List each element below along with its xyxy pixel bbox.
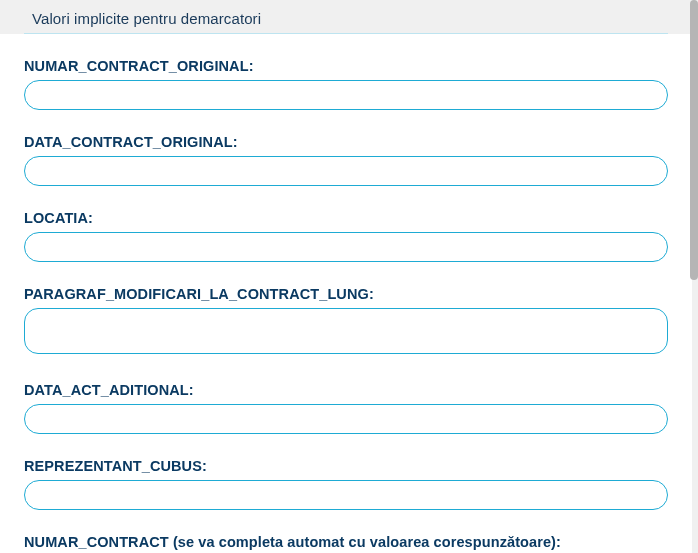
label-reprezentant-cubus: REPREZENTANT_CUBUS: xyxy=(24,458,668,474)
scrollbar-track[interactable] xyxy=(690,0,698,553)
input-data-act-aditional[interactable] xyxy=(24,404,668,434)
scrollbar-thumb[interactable] xyxy=(690,0,698,280)
label-locatia: LOCATIA: xyxy=(24,210,668,226)
main-content: Valori implicite pentru demarcatori NUMA… xyxy=(0,0,698,553)
field-data-act-aditional: DATA_ACT_ADITIONAL: xyxy=(24,358,668,434)
label-numar-contract-original: NUMAR_CONTRACT_ORIGINAL: xyxy=(24,58,668,74)
field-paragraf-modificari: PARAGRAF_MODIFICARI_LA_CONTRACT_LUNG: xyxy=(24,262,668,358)
section-title: Valori implicite pentru demarcatori xyxy=(0,0,692,33)
form-panel: NUMAR_CONTRACT_ORIGINAL: DATA_CONTRACT_O… xyxy=(0,34,692,553)
input-paragraf-modificari[interactable] xyxy=(24,308,668,354)
field-numar-contract-original: NUMAR_CONTRACT_ORIGINAL: xyxy=(24,34,668,110)
field-locatia: LOCATIA: xyxy=(24,186,668,262)
label-paragraf-modificari: PARAGRAF_MODIFICARI_LA_CONTRACT_LUNG: xyxy=(24,286,668,302)
input-data-contract-original[interactable] xyxy=(24,156,668,186)
field-reprezentant-cubus: REPREZENTANT_CUBUS: xyxy=(24,434,668,510)
page-wrapper: Valori implicite pentru demarcatori NUMA… xyxy=(0,0,698,553)
label-numar-contract: NUMAR_CONTRACT (se va completa automat c… xyxy=(24,534,668,550)
field-data-contract-original: DATA_CONTRACT_ORIGINAL: xyxy=(24,110,668,186)
input-numar-contract-original[interactable] xyxy=(24,80,668,110)
field-numar-contract: NUMAR_CONTRACT (se va completa automat c… xyxy=(24,510,668,553)
label-data-contract-original: DATA_CONTRACT_ORIGINAL: xyxy=(24,134,668,150)
input-reprezentant-cubus[interactable] xyxy=(24,480,668,510)
input-locatia[interactable] xyxy=(24,232,668,262)
label-data-act-aditional: DATA_ACT_ADITIONAL: xyxy=(24,382,668,398)
